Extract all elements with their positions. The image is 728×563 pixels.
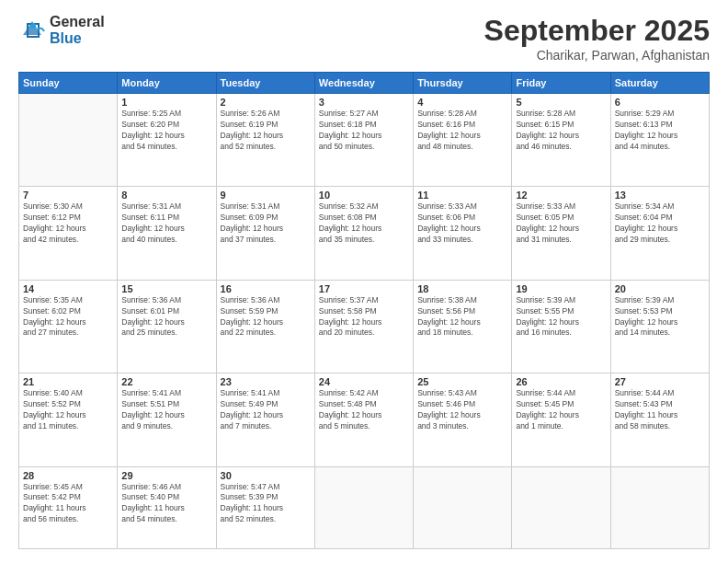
table-row: 28Sunrise: 5:45 AMSunset: 5:42 PMDayligh… xyxy=(19,466,118,549)
day-info: Sunrise: 5:35 AMSunset: 6:02 PMDaylight:… xyxy=(23,295,113,339)
table-row: 6Sunrise: 5:29 AMSunset: 6:13 PMDaylight… xyxy=(610,94,709,187)
day-number: 25 xyxy=(417,376,507,387)
calendar-header-row: Sunday Monday Tuesday Wednesday Thursday… xyxy=(19,73,710,94)
table-row: 3Sunrise: 5:27 AMSunset: 6:18 PMDaylight… xyxy=(314,94,413,187)
col-wednesday: Wednesday xyxy=(314,73,413,94)
day-info: Sunrise: 5:39 AMSunset: 5:55 PMDaylight:… xyxy=(516,295,606,339)
day-info: Sunrise: 5:34 AMSunset: 6:04 PMDaylight:… xyxy=(615,201,705,246)
day-number: 11 xyxy=(417,190,507,201)
day-info: Sunrise: 5:27 AMSunset: 6:18 PMDaylight:… xyxy=(319,109,409,153)
day-info: Sunrise: 5:43 AMSunset: 5:46 PMDaylight:… xyxy=(417,388,507,432)
day-info: Sunrise: 5:25 AMSunset: 6:20 PMDaylight:… xyxy=(121,109,211,153)
table-row: 8Sunrise: 5:31 AMSunset: 6:11 PMDaylight… xyxy=(118,187,216,280)
day-info: Sunrise: 5:41 AMSunset: 5:51 PMDaylight:… xyxy=(121,388,211,432)
day-info: Sunrise: 5:41 AMSunset: 5:49 PMDaylight:… xyxy=(221,388,311,432)
day-number: 14 xyxy=(23,283,113,294)
table-row: 18Sunrise: 5:38 AMSunset: 5:56 PMDayligh… xyxy=(414,280,512,373)
table-row: 2Sunrise: 5:26 AMSunset: 6:19 PMDaylight… xyxy=(216,94,314,187)
day-info: Sunrise: 5:33 AMSunset: 6:06 PMDaylight:… xyxy=(417,201,507,246)
day-info: Sunrise: 5:28 AMSunset: 6:15 PMDaylight:… xyxy=(516,109,606,153)
day-info: Sunrise: 5:40 AMSunset: 5:52 PMDaylight:… xyxy=(23,388,113,432)
table-row xyxy=(414,466,512,549)
col-sunday: Sunday xyxy=(19,73,118,94)
day-number: 7 xyxy=(23,190,113,201)
day-info: Sunrise: 5:31 AMSunset: 6:11 PMDaylight:… xyxy=(121,201,211,246)
day-number: 12 xyxy=(516,190,606,201)
table-row: 20Sunrise: 5:39 AMSunset: 5:53 PMDayligh… xyxy=(610,280,709,373)
day-number: 18 xyxy=(417,283,507,294)
logo-icon xyxy=(18,17,46,44)
table-row xyxy=(512,466,610,549)
svg-point-1 xyxy=(30,23,36,29)
day-number: 28 xyxy=(23,470,113,481)
table-row: 19Sunrise: 5:39 AMSunset: 5:55 PMDayligh… xyxy=(512,280,610,373)
logo-general: General xyxy=(50,14,105,30)
month-title: September 2025 xyxy=(484,14,710,48)
day-number: 24 xyxy=(319,376,409,387)
location: Charikar, Parwan, Afghanistan xyxy=(484,48,710,63)
day-number: 29 xyxy=(121,470,211,481)
table-row: 12Sunrise: 5:33 AMSunset: 6:05 PMDayligh… xyxy=(512,187,610,280)
day-number: 16 xyxy=(221,283,311,294)
table-row: 25Sunrise: 5:43 AMSunset: 5:46 PMDayligh… xyxy=(414,373,512,466)
col-saturday: Saturday xyxy=(610,73,709,94)
col-tuesday: Tuesday xyxy=(216,73,314,94)
day-info: Sunrise: 5:28 AMSunset: 6:16 PMDaylight:… xyxy=(417,109,507,153)
day-info: Sunrise: 5:47 AMSunset: 5:39 PMDaylight:… xyxy=(221,482,311,526)
title-block: September 2025 Charikar, Parwan, Afghani… xyxy=(484,14,710,63)
day-number: 13 xyxy=(615,190,705,201)
day-number: 2 xyxy=(221,97,311,108)
day-number: 21 xyxy=(23,376,113,387)
col-thursday: Thursday xyxy=(414,73,512,94)
day-number: 8 xyxy=(121,190,211,201)
day-info: Sunrise: 5:46 AMSunset: 5:40 PMDaylight:… xyxy=(121,482,211,526)
table-row: 24Sunrise: 5:42 AMSunset: 5:48 PMDayligh… xyxy=(314,373,413,466)
table-row: 9Sunrise: 5:31 AMSunset: 6:09 PMDaylight… xyxy=(216,187,314,280)
day-info: Sunrise: 5:36 AMSunset: 5:59 PMDaylight:… xyxy=(221,295,311,339)
table-row: 27Sunrise: 5:44 AMSunset: 5:43 PMDayligh… xyxy=(610,373,709,466)
table-row: 17Sunrise: 5:37 AMSunset: 5:58 PMDayligh… xyxy=(314,280,413,373)
table-row xyxy=(610,466,709,549)
day-number: 10 xyxy=(319,190,409,201)
table-row: 22Sunrise: 5:41 AMSunset: 5:51 PMDayligh… xyxy=(118,373,216,466)
day-number: 27 xyxy=(615,376,705,387)
table-row: 14Sunrise: 5:35 AMSunset: 6:02 PMDayligh… xyxy=(19,280,118,373)
day-number: 17 xyxy=(319,283,409,294)
table-row: 13Sunrise: 5:34 AMSunset: 6:04 PMDayligh… xyxy=(610,187,709,280)
table-row: 15Sunrise: 5:36 AMSunset: 6:01 PMDayligh… xyxy=(118,280,216,373)
calendar-table: Sunday Monday Tuesday Wednesday Thursday… xyxy=(18,72,710,549)
table-row: 23Sunrise: 5:41 AMSunset: 5:49 PMDayligh… xyxy=(216,373,314,466)
day-info: Sunrise: 5:33 AMSunset: 6:05 PMDaylight:… xyxy=(516,201,606,246)
table-row xyxy=(19,94,118,187)
day-number: 15 xyxy=(121,283,211,294)
table-row: 16Sunrise: 5:36 AMSunset: 5:59 PMDayligh… xyxy=(216,280,314,373)
day-number: 22 xyxy=(121,376,211,387)
day-number: 20 xyxy=(615,283,705,294)
day-number: 1 xyxy=(121,97,211,108)
table-row: 10Sunrise: 5:32 AMSunset: 6:08 PMDayligh… xyxy=(314,187,413,280)
day-info: Sunrise: 5:29 AMSunset: 6:13 PMDaylight:… xyxy=(615,109,705,153)
day-info: Sunrise: 5:44 AMSunset: 5:43 PMDaylight:… xyxy=(615,388,705,432)
day-number: 9 xyxy=(221,190,311,201)
col-friday: Friday xyxy=(512,73,610,94)
day-number: 6 xyxy=(615,97,705,108)
table-row: 11Sunrise: 5:33 AMSunset: 6:06 PMDayligh… xyxy=(414,187,512,280)
day-info: Sunrise: 5:39 AMSunset: 5:53 PMDaylight:… xyxy=(615,295,705,339)
day-info: Sunrise: 5:31 AMSunset: 6:09 PMDaylight:… xyxy=(221,201,311,246)
logo-blue: Blue xyxy=(50,30,105,47)
table-row xyxy=(314,466,413,549)
day-info: Sunrise: 5:30 AMSunset: 6:12 PMDaylight:… xyxy=(23,201,113,246)
day-info: Sunrise: 5:38 AMSunset: 5:56 PMDaylight:… xyxy=(417,295,507,339)
day-info: Sunrise: 5:44 AMSunset: 5:45 PMDaylight:… xyxy=(516,388,606,432)
table-row: 7Sunrise: 5:30 AMSunset: 6:12 PMDaylight… xyxy=(19,187,118,280)
day-number: 23 xyxy=(221,376,311,387)
page-header: General Blue September 2025 Charikar, Pa… xyxy=(18,14,710,63)
day-number: 3 xyxy=(319,97,409,108)
day-info: Sunrise: 5:26 AMSunset: 6:19 PMDaylight:… xyxy=(221,109,311,153)
table-row: 5Sunrise: 5:28 AMSunset: 6:15 PMDaylight… xyxy=(512,94,610,187)
day-info: Sunrise: 5:37 AMSunset: 5:58 PMDaylight:… xyxy=(319,295,409,339)
table-row: 21Sunrise: 5:40 AMSunset: 5:52 PMDayligh… xyxy=(19,373,118,466)
table-row: 26Sunrise: 5:44 AMSunset: 5:45 PMDayligh… xyxy=(512,373,610,466)
day-number: 5 xyxy=(516,97,606,108)
day-info: Sunrise: 5:45 AMSunset: 5:42 PMDaylight:… xyxy=(23,482,113,526)
